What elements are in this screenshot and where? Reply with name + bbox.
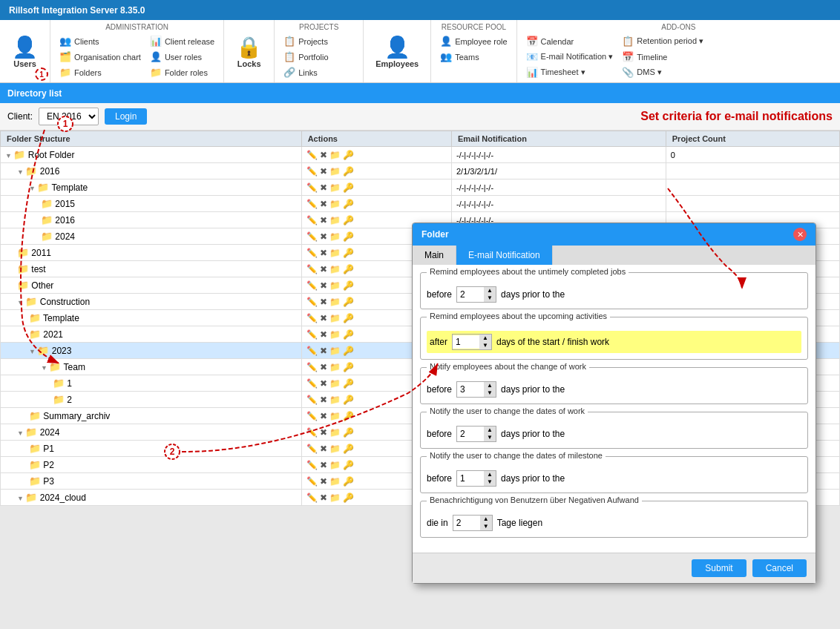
key-icon[interactable]: 🔑 — [343, 460, 354, 470]
delete-icon[interactable]: ✖ — [320, 199, 327, 209]
spin-down-4[interactable]: ▼ — [484, 478, 496, 486]
folder-structure-cell[interactable]: 📁 Other — [1, 277, 302, 294]
delete-icon[interactable]: ✖ — [320, 329, 327, 340]
spin-down-5[interactable]: ▼ — [480, 523, 492, 530]
delete-icon[interactable]: ✖ — [320, 493, 327, 503]
group-input-2[interactable] — [457, 383, 484, 396]
folder-action-icon[interactable]: 📁 — [329, 444, 341, 454]
folder-action-icon[interactable]: 📁 — [329, 313, 341, 323]
nav-user-roles[interactable]: 👤User roles — [147, 50, 217, 64]
key-icon[interactable]: 🔑 — [343, 231, 354, 242]
spin-up-1[interactable]: ▲ — [479, 335, 491, 342]
spin-down-3[interactable]: ▼ — [484, 434, 496, 441]
edit-icon[interactable]: ✏️ — [306, 444, 318, 454]
spin-up-0[interactable]: ▲ — [484, 287, 496, 294]
nav-timesheet[interactable]: 📊Timesheet ▾ — [523, 65, 617, 79]
edit-icon[interactable]: ✏️ — [306, 476, 318, 487]
folder-action-icon[interactable]: 📁 — [329, 166, 341, 177]
folder-structure-cell[interactable]: ▼ 📁 Construction — [1, 294, 302, 310]
folder-chevron[interactable]: ▼ — [41, 364, 49, 372]
spin-down-2[interactable]: ▼ — [484, 389, 496, 397]
edit-icon[interactable]: ✏️ — [306, 182, 318, 193]
key-icon[interactable]: 🔑 — [343, 248, 354, 258]
delete-icon[interactable]: ✖ — [320, 215, 327, 225]
key-icon[interactable]: 🔑 — [343, 362, 354, 372]
edit-icon[interactable]: ✏️ — [306, 199, 318, 209]
folder-structure-cell[interactable]: ▼ 📁 Template — [1, 180, 302, 196]
nav-employee-role[interactable]: 👤Employee role — [437, 34, 510, 48]
folder-structure-cell[interactable]: ▼ 📁 Root Folder — [1, 147, 302, 163]
edit-icon[interactable]: ✏️ — [306, 150, 318, 160]
nav-folders[interactable]: 📁Folders — [56, 65, 144, 79]
key-icon[interactable]: 🔑 — [343, 264, 354, 274]
edit-icon[interactable]: ✏️ — [306, 329, 318, 340]
folder-chevron[interactable]: ▼ — [17, 429, 25, 437]
folder-action-icon[interactable]: 📁 — [329, 215, 341, 225]
delete-icon[interactable]: ✖ — [320, 150, 327, 160]
folder-chevron[interactable]: ▼ — [29, 348, 37, 355]
folder-action-icon[interactable]: 📁 — [329, 231, 341, 242]
folder-structure-cell[interactable]: 📁 P1 — [1, 441, 302, 457]
folder-structure-cell[interactable]: 📁 Template — [1, 310, 302, 326]
edit-icon[interactable]: ✏️ — [306, 411, 318, 421]
group-input-0[interactable] — [457, 288, 484, 301]
key-icon[interactable]: 🔑 — [343, 346, 354, 356]
folder-action-icon[interactable]: 📁 — [329, 182, 341, 193]
folder-action-icon[interactable]: 📁 — [329, 150, 341, 160]
nav-organisation-chart[interactable]: 🗂️Organisation chart — [56, 50, 144, 64]
key-icon[interactable]: 🔑 — [343, 182, 354, 193]
key-icon[interactable]: 🔑 — [343, 199, 354, 209]
edit-icon[interactable]: ✏️ — [306, 362, 318, 372]
edit-icon[interactable]: ✏️ — [306, 346, 318, 356]
spin-down-1[interactable]: ▼ — [479, 342, 491, 349]
key-icon[interactable]: 🔑 — [343, 215, 354, 225]
key-icon[interactable]: 🔑 — [343, 411, 354, 421]
folder-chevron[interactable]: ▼ — [17, 168, 25, 176]
nav-portfolio[interactable]: 📋Portfolio — [280, 50, 357, 64]
nav-client-release[interactable]: 📊Client release — [147, 34, 217, 48]
delete-icon[interactable]: ✖ — [320, 427, 327, 438]
folder-structure-cell[interactable]: ▼ 📁 2016 — [1, 163, 302, 180]
folder-chevron[interactable]: ▼ — [5, 152, 13, 159]
key-icon[interactable]: 🔑 — [343, 313, 354, 323]
spin-down-0[interactable]: ▼ — [484, 294, 496, 302]
delete-icon[interactable]: ✖ — [320, 460, 327, 470]
edit-icon[interactable]: ✏️ — [306, 313, 318, 323]
delete-icon[interactable]: ✖ — [320, 476, 327, 487]
tab-main[interactable]: Main — [413, 246, 456, 265]
spin-up-5[interactable]: ▲ — [480, 516, 492, 523]
edit-icon[interactable]: ✏️ — [306, 493, 318, 503]
folder-structure-cell[interactable]: ▼ 📁 2023 — [1, 343, 302, 359]
key-icon[interactable]: 🔑 — [343, 427, 354, 438]
key-icon[interactable]: 🔑 — [343, 444, 354, 454]
spin-up-4[interactable]: ▲ — [484, 471, 496, 478]
folder-action-icon[interactable]: 📁 — [329, 378, 341, 389]
edit-icon[interactable]: ✏️ — [306, 248, 318, 258]
client-select[interactable]: EN 2016 — [39, 108, 99, 125]
key-icon[interactable]: 🔑 — [343, 378, 354, 389]
folder-structure-cell[interactable]: 📁 2021 — [1, 326, 302, 343]
delete-icon[interactable]: ✖ — [320, 264, 327, 274]
key-icon[interactable]: 🔑 — [343, 493, 354, 503]
folder-structure-cell[interactable]: 📁 2024 — [1, 228, 302, 245]
nav-projects[interactable]: 📋Projects — [280, 34, 357, 48]
nav-timeline[interactable]: 📅Timeline — [619, 50, 706, 64]
nav-users[interactable]: 👤 Users 1 — [0, 20, 50, 82]
modal-close-button[interactable]: ✕ — [793, 228, 807, 241]
folder-action-icon[interactable]: 📁 — [329, 280, 341, 291]
edit-icon[interactable]: ✏️ — [306, 378, 318, 389]
group-input-3[interactable] — [457, 427, 484, 441]
folder-structure-cell[interactable]: ▼ 📁 2024_cloud — [1, 490, 302, 506]
key-icon[interactable]: 🔑 — [343, 150, 354, 160]
submit-button[interactable]: Submit — [692, 559, 746, 577]
nav-dms[interactable]: 📎DMS ▾ — [619, 65, 706, 79]
folder-action-icon[interactable]: 📁 — [329, 264, 341, 274]
group-input-5[interactable] — [453, 516, 480, 530]
delete-icon[interactable]: ✖ — [320, 248, 327, 258]
edit-icon[interactable]: ✏️ — [306, 264, 318, 274]
nav-retention-period[interactable]: 📋Retention period ▾ — [619, 34, 706, 48]
edit-icon[interactable]: ✏️ — [306, 395, 318, 405]
key-icon[interactable]: 🔑 — [343, 297, 354, 307]
folder-structure-cell[interactable]: ▼ 📁 Team — [1, 359, 302, 375]
folder-action-icon[interactable]: 📁 — [329, 411, 341, 421]
